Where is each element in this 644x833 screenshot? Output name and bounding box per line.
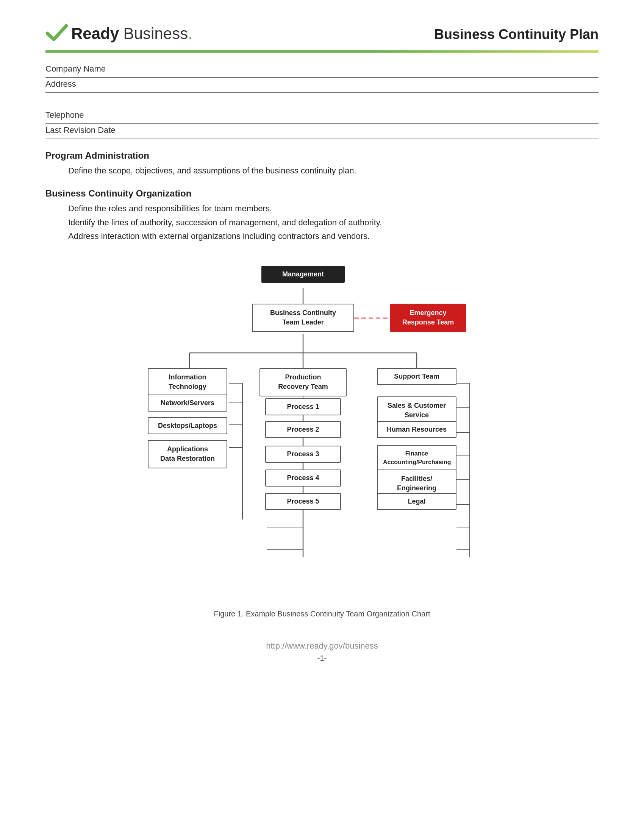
management-box: Management [261,266,345,283]
footer-page: -1- [45,654,599,663]
company-name-field: Company Name [45,64,599,78]
checkmark-icon [45,23,68,43]
address-label: Address [45,79,599,89]
form-group-2: Telephone Last Revision Date [45,110,599,139]
logo: Ready Business. [45,23,192,43]
revision-date-underline [45,136,599,139]
logo-text: Ready Business. [71,24,192,43]
section-body-2: Define the roles and responsibilities fo… [68,202,599,243]
bctl-box: Business Continuity Team Leader [252,304,354,332]
footer-url: http://www.ready.gov/business [45,641,599,651]
page-header: Ready Business. Business Continuity Plan [45,23,599,43]
telephone-field: Telephone [45,110,599,124]
figure-caption: Figure 1. Example Business Continuity Te… [214,609,430,618]
sales-box: Sales & Customer Service [377,396,456,425]
revision-date-label: Last Revision Date [45,125,599,135]
ert-box: Emergency Response Team [390,304,466,332]
company-name-label: Company Name [45,64,599,74]
org-chart-container: Management Business Continuity Team Lead… [45,262,599,618]
network-box: Network/Servers [148,394,227,412]
address-field: Address [45,79,599,93]
process4-box: Process 4 [265,470,341,487]
process1-box: Process 1 [265,398,341,415]
content-section: Program Administration Define the scope,… [45,150,599,243]
appdata-box: Applications Data Restoration [148,440,227,468]
telephone-label: Telephone [45,110,599,120]
desktops-box: Desktops/Laptops [148,417,227,434]
hr-box: Human Resources [377,421,456,438]
form-group-1: Company Name Address [45,64,599,93]
org-chart: Management Business Continuity Team Lead… [114,262,530,603]
revision-date-field: Last Revision Date [45,125,599,139]
process2-box: Process 2 [265,421,341,438]
page-title: Business Continuity Plan [434,26,599,42]
process3-box: Process 3 [265,445,341,463]
finance-box: Finance Accounting/Purchasing [377,445,456,471]
company-name-underline [45,75,599,78]
prt-box: Production Recovery Team [259,368,347,396]
section-heading-1: Program Administration [45,150,599,161]
green-divider [45,50,599,53]
it-box: Information Technology [148,368,227,396]
section-heading-2: Business Continuity Organization [45,188,599,199]
section-body-1: Define the scope, objectives, and assump… [68,164,599,178]
telephone-underline [45,121,599,124]
legal-box: Legal [377,493,456,510]
address-underline [45,90,599,93]
support-box: Support Team [377,368,456,385]
footer: http://www.ready.gov/business -1- [45,641,599,663]
process5-box: Process 5 [265,493,341,510]
